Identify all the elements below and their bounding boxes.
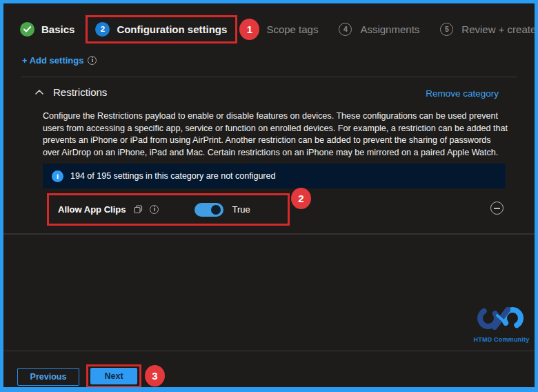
info-filled-icon: i: [52, 170, 63, 182]
info-banner: i 194 of 195 settings in this category a…: [43, 164, 506, 188]
step-assignments: 4 Assignments: [339, 23, 419, 36]
step-review-create-label: Review + create: [461, 23, 536, 35]
step-configuration-settings[interactable]: 2 Configuration settings: [95, 22, 227, 37]
step-scope-tags-label: Scope tags: [266, 23, 318, 35]
check-icon: [20, 22, 34, 37]
divider-top: [21, 77, 517, 77]
brand-block: HTMD Community: [471, 305, 532, 343]
app-window: Basics 2 Configuration settings 1 Scope …: [0, 0, 538, 392]
chevron-up-icon[interactable]: [35, 90, 43, 95]
step-basics-label: Basics: [41, 23, 74, 35]
remove-category-link[interactable]: Remove category: [426, 88, 499, 99]
divider-setting: [3, 233, 535, 235]
next-button[interactable]: Next: [90, 368, 137, 384]
setting-value: True: [232, 204, 250, 215]
annotation-box-setting: Allow App Clips i True: [47, 193, 290, 226]
annotation-box-next: Next: [86, 364, 141, 388]
brand-label: HTMD Community: [471, 336, 532, 343]
annotation-badge-1: 1: [239, 19, 259, 40]
setting-info-icon[interactable]: i: [150, 205, 159, 214]
category-header: Restrictions: [35, 86, 107, 98]
step-basics[interactable]: Basics: [20, 22, 74, 37]
annotation-badge-2: 2: [291, 188, 311, 209]
info-banner-message: 194 of 195 settings in this category are…: [70, 171, 275, 181]
toggle-knob: [211, 205, 221, 215]
minus-dash: [494, 208, 500, 209]
setting-toggle[interactable]: [195, 203, 223, 217]
category-description: Configure the Restrictions payload to en…: [43, 110, 508, 159]
copy-icon[interactable]: [134, 205, 143, 214]
step-assignments-label: Assignments: [360, 23, 419, 35]
divider-footer: [3, 351, 535, 351]
step-4-number: 4: [339, 23, 352, 36]
wizard-steps: Basics 2 Configuration settings 1 Scope …: [20, 14, 536, 43]
remove-setting-icon[interactable]: [490, 202, 504, 215]
step-scope-tags: 1 Scope tags: [239, 19, 318, 40]
step-5-number: 5: [440, 23, 453, 36]
step-2-number: 2: [95, 22, 110, 37]
annotation-box-current-step: 2 Configuration settings: [86, 15, 237, 43]
step-review-create: 5 Review + create: [440, 23, 536, 36]
setting-label: Allow App Clips: [58, 204, 126, 215]
add-settings-link[interactable]: + Add settings i: [22, 55, 97, 66]
step-configuration-settings-label: Configuration settings: [117, 23, 227, 35]
previous-button[interactable]: Previous: [17, 368, 79, 386]
category-title: Restrictions: [53, 86, 107, 98]
info-icon[interactable]: i: [88, 56, 97, 65]
htmd-logo-icon: [477, 323, 526, 335]
add-settings-label: + Add settings: [22, 55, 83, 66]
annotation-badge-3: 3: [145, 365, 165, 386]
